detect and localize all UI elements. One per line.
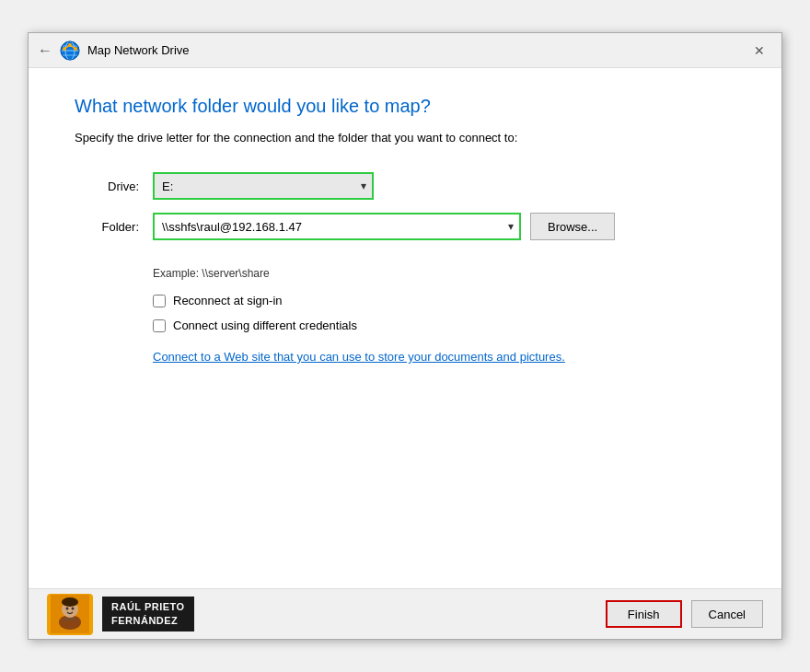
footer-right: Finish Cancel xyxy=(606,600,763,628)
svg-point-10 xyxy=(63,47,66,51)
close-button[interactable]: ✕ xyxy=(746,38,772,64)
credentials-checkbox[interactable] xyxy=(153,319,166,332)
user-name-line1: RAÚL PRIETO xyxy=(111,600,185,614)
dialog-content: What network folder would you like to ma… xyxy=(29,68,781,588)
window-title: Map Network Drive xyxy=(87,43,190,57)
reconnect-checkbox[interactable] xyxy=(153,295,166,307)
folder-input-wrapper xyxy=(153,213,521,240)
credentials-checkbox-row: Connect using different credentials xyxy=(153,319,735,332)
svg-point-14 xyxy=(66,608,69,610)
reconnect-label[interactable]: Reconnect at sign-in xyxy=(173,294,283,307)
form-section: Drive: E: F: G: H: Z: Folder: Bro xyxy=(75,172,735,253)
svg-point-8 xyxy=(68,43,72,47)
folder-input[interactable] xyxy=(153,213,521,240)
checkbox-section: Reconnect at sign-in Connect using diffe… xyxy=(153,294,735,332)
dialog-subtitle: Specify the drive letter for the connect… xyxy=(75,131,735,145)
browse-button[interactable]: Browse... xyxy=(530,213,615,240)
svg-point-9 xyxy=(74,47,77,51)
example-text: Example: \\server\share xyxy=(153,267,735,280)
folder-row: Folder: Browse... xyxy=(75,213,735,240)
user-name-block: RAÚL PRIETO FERNÁNDEZ xyxy=(102,597,194,632)
folder-label: Folder: xyxy=(75,220,139,234)
link-section: Connect to a Web site that you can use t… xyxy=(153,349,735,364)
drive-row: Drive: E: F: G: H: Z: xyxy=(75,172,735,200)
footer-left: RAÚL PRIETO FERNÁNDEZ xyxy=(47,594,194,635)
map-network-drive-window: ← Map Network Drive ✕ What network folde… xyxy=(28,32,782,640)
finish-button[interactable]: Finish xyxy=(606,600,682,628)
dialog-heading: What network folder would you like to ma… xyxy=(75,96,735,117)
title-bar-left: ← Map Network Drive xyxy=(38,41,190,61)
drive-label: Drive: xyxy=(75,180,139,193)
drive-select-wrapper: E: F: G: H: Z: xyxy=(153,172,374,200)
network-drive-icon xyxy=(60,41,80,61)
svg-point-16 xyxy=(62,597,78,607)
credentials-label[interactable]: Connect using different credentials xyxy=(173,319,357,332)
back-arrow-icon[interactable]: ← xyxy=(38,42,52,59)
svg-point-15 xyxy=(72,608,75,610)
cancel-button[interactable]: Cancel xyxy=(691,600,763,628)
user-name-line2: FERNÁNDEZ xyxy=(111,614,185,628)
web-link[interactable]: Connect to a Web site that you can use t… xyxy=(153,350,565,364)
footer: RAÚL PRIETO FERNÁNDEZ Finish Cancel xyxy=(29,588,781,639)
reconnect-checkbox-row: Reconnect at sign-in xyxy=(153,294,735,307)
avatar-icon xyxy=(51,595,89,633)
drive-select[interactable]: E: F: G: H: Z: xyxy=(153,172,374,200)
title-bar: ← Map Network Drive ✕ xyxy=(29,33,781,68)
avatar-box xyxy=(47,594,93,635)
